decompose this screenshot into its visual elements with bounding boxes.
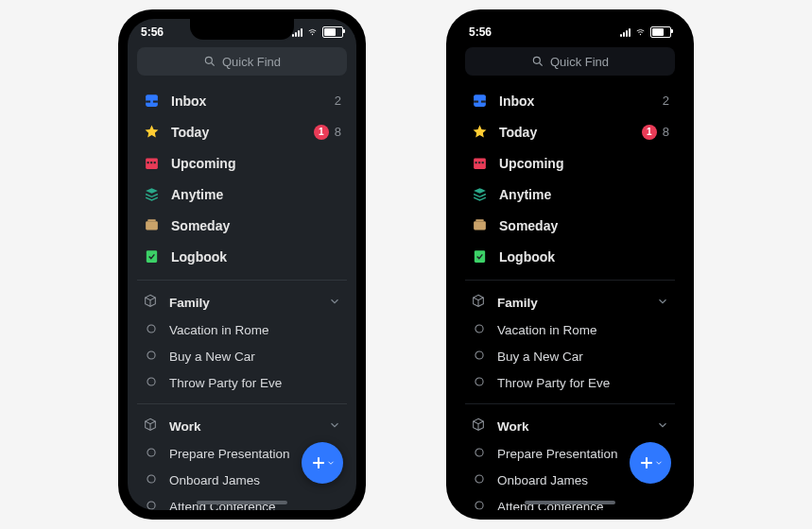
screen: 5:56 Quick Find Inbox 2 Today 1 8 Upcomi… xyxy=(128,19,356,510)
project-label: Prepare Presentation xyxy=(497,447,618,461)
smart-list: Inbox2 Today18 Upcoming Anytime Someday … xyxy=(465,85,675,272)
area-work[interactable]: Work xyxy=(465,412,675,440)
star-icon xyxy=(143,124,160,141)
progress-circle-icon xyxy=(145,446,160,461)
someday-label: Someday xyxy=(171,218,341,233)
logbook-label: Logbook xyxy=(499,249,669,264)
project-item[interactable]: Buy a New Car xyxy=(137,343,347,369)
checkbook-icon xyxy=(143,248,160,265)
cube-icon xyxy=(471,294,488,311)
project-item[interactable]: Vacation in Rome xyxy=(465,316,675,343)
wifi-icon xyxy=(634,27,647,37)
separator xyxy=(465,403,675,404)
plus-icon xyxy=(309,453,328,472)
someday-label: Someday xyxy=(499,218,669,233)
list-inbox[interactable]: Inbox 2 xyxy=(137,85,347,116)
today-count: 8 xyxy=(335,125,341,139)
inbox-label: Inbox xyxy=(499,94,663,109)
list-today[interactable]: Today18 xyxy=(465,116,675,147)
list-upcoming[interactable]: Upcoming xyxy=(137,147,347,179)
add-button[interactable] xyxy=(630,442,671,484)
chevron-down-icon xyxy=(656,295,669,311)
area-work-label: Work xyxy=(169,419,328,434)
today-label: Today xyxy=(499,125,642,140)
stack-icon xyxy=(471,186,488,203)
project-label: Vacation in Rome xyxy=(497,323,597,337)
status-bar: 5:56 xyxy=(456,19,684,45)
cellular-icon xyxy=(620,28,631,37)
plus-icon xyxy=(637,453,656,472)
list-logbook[interactable]: Logbook xyxy=(465,241,675,272)
search-icon xyxy=(531,55,544,68)
separator xyxy=(137,403,347,404)
project-item[interactable]: Throw Party for Eve xyxy=(137,369,347,396)
archive-icon xyxy=(471,217,488,234)
anytime-label: Anytime xyxy=(171,187,341,202)
area-family-label: Family xyxy=(497,296,656,310)
project-label: Buy a New Car xyxy=(169,350,255,364)
list-someday[interactable]: Someday xyxy=(465,210,675,241)
logbook-label: Logbook xyxy=(171,249,341,264)
progress-circle-icon xyxy=(145,349,160,364)
home-indicator xyxy=(525,501,615,504)
screen: 5:56 Quick Find Inbox2 Today18 Upcoming … xyxy=(456,19,684,510)
inbox-icon xyxy=(143,93,160,110)
separator xyxy=(465,280,675,281)
inbox-count: 2 xyxy=(663,94,669,108)
cube-icon xyxy=(471,418,488,435)
inbox-icon xyxy=(471,93,488,110)
chevron-down-icon xyxy=(328,295,341,311)
quick-find-search[interactable]: Quick Find xyxy=(137,47,347,76)
add-button[interactable] xyxy=(302,442,343,484)
project-item[interactable]: Vacation in Rome xyxy=(137,316,347,343)
chevron-down-icon xyxy=(656,418,669,435)
today-count: 8 xyxy=(663,125,669,139)
battery-icon xyxy=(322,26,343,38)
progress-circle-icon xyxy=(473,322,488,337)
search-placeholder: Quick Find xyxy=(550,55,609,69)
progress-circle-icon xyxy=(473,349,488,364)
calendar-icon xyxy=(471,155,488,172)
chevron-down-icon xyxy=(654,458,664,468)
list-someday[interactable]: Someday xyxy=(137,210,347,241)
home-indicator xyxy=(197,501,287,504)
list-anytime[interactable]: Anytime xyxy=(465,179,675,210)
checkbook-icon xyxy=(471,248,488,265)
list-inbox[interactable]: Inbox2 xyxy=(465,85,675,116)
device-pure-black: 5:56 Quick Find Inbox2 Today18 Upcoming … xyxy=(446,9,694,520)
device-standard-dark: 5:56 Quick Find Inbox 2 Today 1 8 Upcomi… xyxy=(118,9,366,520)
area-family[interactable]: Family xyxy=(137,288,347,316)
area-work[interactable]: Work xyxy=(137,412,347,440)
calendar-icon xyxy=(143,155,160,172)
project-label: Throw Party for Eve xyxy=(497,376,610,390)
area-work-label: Work xyxy=(497,419,656,434)
chevron-down-icon xyxy=(326,458,336,468)
progress-circle-icon xyxy=(145,322,160,337)
progress-circle-icon xyxy=(473,375,488,390)
progress-circle-icon xyxy=(145,375,160,390)
stack-icon xyxy=(143,186,160,203)
progress-circle-icon xyxy=(473,499,488,510)
list-upcoming[interactable]: Upcoming xyxy=(465,147,675,179)
upcoming-label: Upcoming xyxy=(171,156,341,171)
star-icon xyxy=(471,124,488,141)
project-item[interactable]: Buy a New Car xyxy=(465,343,675,369)
progress-circle-icon xyxy=(145,472,160,487)
project-item[interactable]: Throw Party for Eve xyxy=(465,369,675,396)
today-badge: 1 xyxy=(642,125,657,140)
project-label: Onboard James xyxy=(169,473,260,487)
quick-find-search[interactable]: Quick Find xyxy=(465,47,675,76)
list-today[interactable]: Today 1 8 xyxy=(137,116,347,147)
anytime-label: Anytime xyxy=(499,187,669,202)
area-family[interactable]: Family xyxy=(465,288,675,316)
list-anytime[interactable]: Anytime xyxy=(137,179,347,210)
upcoming-label: Upcoming xyxy=(499,156,669,171)
screenshot-stage: 5:56 Quick Find Inbox 2 Today 1 8 Upcomi… xyxy=(0,0,812,529)
separator xyxy=(137,280,347,281)
project-label: Throw Party for Eve xyxy=(169,376,282,390)
today-label: Today xyxy=(171,125,314,140)
area-family-label: Family xyxy=(169,296,328,310)
list-logbook[interactable]: Logbook xyxy=(137,241,347,272)
inbox-count: 2 xyxy=(335,94,341,108)
project-label: Buy a New Car xyxy=(497,350,583,364)
